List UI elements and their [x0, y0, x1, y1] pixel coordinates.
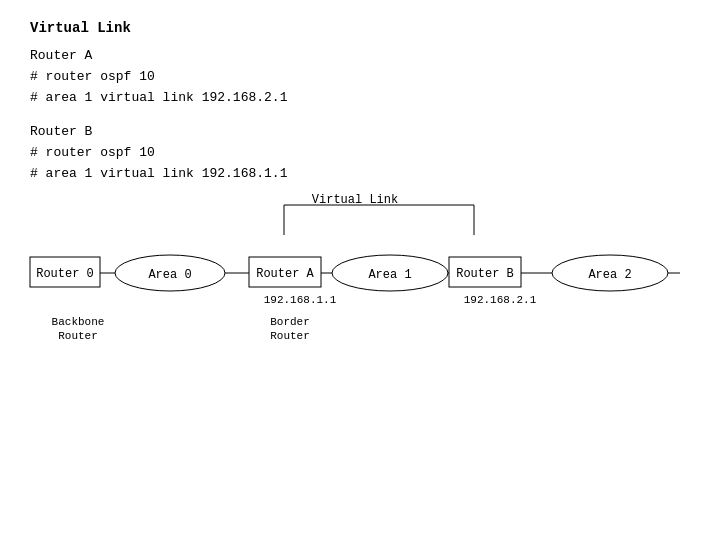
- routerA-label: Router A: [256, 267, 314, 281]
- router-a-block: Router A # router ospf 10 # area 1 virtu…: [30, 46, 690, 108]
- backbone-router-line2: Router: [58, 330, 98, 342]
- router-a-line1: # router ospf 10: [30, 67, 690, 88]
- border-router-line2: Router: [270, 330, 310, 342]
- backbone-router-line1: Backbone: [52, 316, 105, 328]
- network-diagram: Virtual Link Router 0 Area 0 Router A Ar…: [0, 185, 720, 405]
- page-title: Virtual Link: [30, 20, 690, 36]
- router-a-label: Router A: [30, 46, 690, 67]
- router-b-line2: # area 1 virtual link 192.168.1.1: [30, 164, 690, 185]
- area1-label: Area 1: [368, 268, 411, 282]
- area0-label: Area 0: [148, 268, 191, 282]
- area2-label: Area 2: [588, 268, 631, 282]
- ip1-label: 192.168.1.1: [264, 294, 337, 306]
- diagram-svg: Virtual Link Router 0 Area 0 Router A Ar…: [0, 185, 720, 405]
- border-router-line1: Border: [270, 316, 310, 328]
- routerB-label: Router B: [456, 267, 514, 281]
- ip2-label: 192.168.2.1: [464, 294, 537, 306]
- router-b-line1: # router ospf 10: [30, 143, 690, 164]
- router-b-block: Router B # router ospf 10 # area 1 virtu…: [30, 122, 690, 184]
- router-b-label: Router B: [30, 122, 690, 143]
- router0-label: Router 0: [36, 267, 94, 281]
- router-a-line2: # area 1 virtual link 192.168.2.1: [30, 88, 690, 109]
